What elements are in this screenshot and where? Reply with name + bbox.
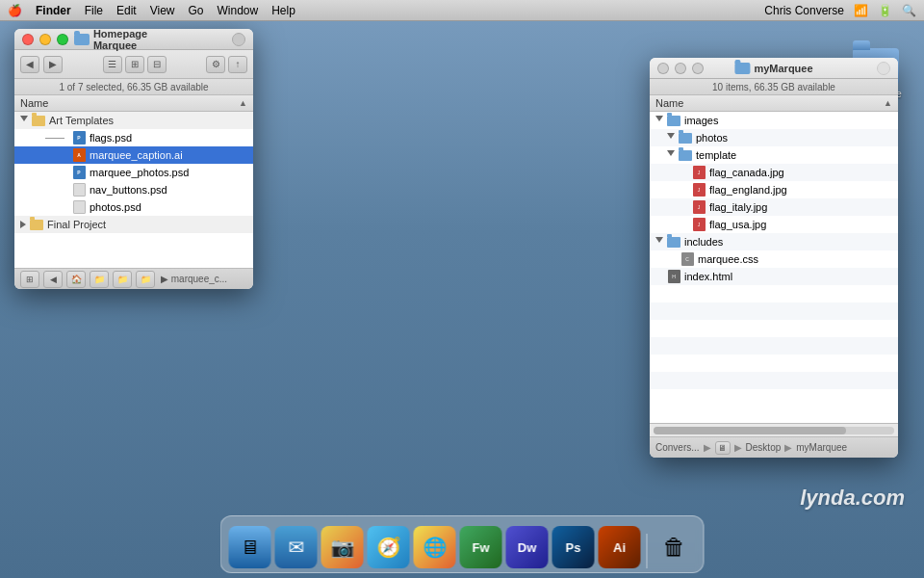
list-item[interactable]: images: [650, 112, 898, 129]
expand-icon: [667, 133, 675, 143]
path-nav-5[interactable]: 📁: [113, 271, 132, 288]
view-icon-btn[interactable]: ☰: [103, 56, 122, 73]
dock: 🖥 ✉ 📷 🧭 🌐 Fw Dw Ps Ai 🗑: [220, 515, 705, 573]
dock-divider: [647, 534, 648, 568]
empty-row: [650, 320, 898, 337]
list-item[interactable]: J flag_england.jpg: [650, 181, 898, 198]
dock-item-mail[interactable]: ✉: [275, 526, 318, 568]
dock-item-photoshop[interactable]: Ps: [552, 526, 595, 568]
doc-icon: [72, 200, 86, 214]
path-mymarquee[interactable]: myMarquee: [796, 442, 847, 453]
title-folder-icon-2: [734, 63, 750, 74]
window-homepage-marquee: Homepage Marquee ◀ ▶ ☰ ⊞ ⊟ ⚙ ↑ 1 of 7 se…: [14, 29, 253, 289]
path-convers[interactable]: Convers...: [655, 442, 700, 453]
menu-edit[interactable]: Edit: [116, 4, 137, 17]
folder-icon: [667, 114, 680, 127]
list-item[interactable]: C marquee.css: [650, 250, 898, 268]
menu-go[interactable]: Go: [189, 4, 204, 17]
menu-help[interactable]: Help: [271, 4, 295, 17]
list-item[interactable]: photos.psd: [14, 198, 253, 216]
menu-file[interactable]: File: [85, 4, 103, 17]
path-desktop[interactable]: Desktop: [746, 442, 782, 453]
dash-icon: [45, 138, 64, 139]
maximize-button-1[interactable]: [57, 34, 68, 45]
dock-item-iphoto[interactable]: 📷: [321, 526, 364, 568]
jpg-icon: J: [692, 218, 706, 231]
list-item[interactable]: P marquee_photos.psd: [14, 164, 253, 181]
list-item[interactable]: J flag_italy.jpg: [650, 198, 898, 216]
list-item[interactable]: template: [650, 146, 898, 164]
jpg-icon: J: [692, 200, 706, 214]
share-btn[interactable]: ↑: [228, 56, 247, 73]
html-icon: H: [667, 270, 680, 283]
window1-content: ◀ ▶ ☰ ⊞ ⊟ ⚙ ↑ 1 of 7 selected, 66.35 GB …: [14, 50, 253, 289]
css-icon: C: [680, 252, 694, 266]
window2-content: 10 items, 66.35 GB available Name ▲ imag…: [650, 79, 898, 458]
dock-item-illustrator[interactable]: Ai: [599, 526, 641, 568]
psd-icon: P: [72, 166, 86, 179]
menu-window[interactable]: Window: [218, 4, 259, 17]
titlebar-1: Homepage Marquee: [14, 29, 253, 50]
search-icon[interactable]: 🔍: [902, 4, 916, 17]
list-item[interactable]: nav_buttons.psd: [14, 181, 253, 198]
close-button-2[interactable]: [657, 63, 669, 74]
folder-icon: [679, 148, 692, 162]
title-folder-icon: [74, 34, 90, 45]
forward-button[interactable]: ▶: [43, 56, 63, 73]
apple-menu[interactable]: 🍎: [8, 4, 22, 17]
list-item[interactable]: includes: [650, 233, 898, 250]
titlebar-2: myMarquee: [650, 58, 898, 79]
resize-button-2[interactable]: [877, 62, 890, 75]
list-item[interactable]: H index.html: [650, 268, 898, 285]
path-nav-3[interactable]: 🏠: [66, 271, 86, 288]
dock-item-fireworks[interactable]: Fw: [460, 526, 502, 568]
coverflow-btn[interactable]: ⊟: [147, 56, 167, 73]
path-sep2: ▶: [734, 442, 742, 453]
psd-icon: P: [72, 131, 86, 144]
dock-item-trash[interactable]: 🗑: [654, 526, 696, 568]
scrollbar-thumb[interactable]: [654, 427, 846, 434]
folder-icon: [667, 235, 680, 249]
window-title-2: myMarquee: [734, 63, 812, 74]
minimize-button-2[interactable]: [675, 63, 686, 74]
horizontal-scrollbar[interactable]: [650, 423, 898, 436]
dock-item-dreamweaver[interactable]: Dw: [506, 526, 549, 568]
dock-item-safari[interactable]: 🧭: [368, 526, 410, 568]
list-item[interactable]: Final Project: [14, 216, 253, 233]
expand-icon: [655, 237, 663, 247]
path-nav-2[interactable]: ◀: [43, 271, 63, 288]
column-header-2[interactable]: Name ▲: [650, 95, 898, 112]
list-item[interactable]: Art Templates: [14, 112, 253, 129]
folder-icon: [32, 114, 45, 127]
file-list-1[interactable]: Art Templates P flags.psd A marquee_capt…: [14, 112, 253, 268]
path-nav-6[interactable]: 📁: [136, 271, 155, 288]
status-bar-1: 1 of 7 selected, 66.35 GB available: [14, 79, 253, 95]
resize-button-1[interactable]: [232, 33, 245, 46]
columns-btn[interactable]: ⊞: [125, 56, 144, 73]
folder-icon: [30, 218, 43, 231]
menubar-right: Chris Converse 📶 🔋 🔍: [764, 4, 916, 17]
path-nav-1[interactable]: ⊞: [20, 271, 39, 288]
action-btn[interactable]: ⚙: [206, 56, 225, 73]
empty-row: [650, 355, 898, 372]
file-list-2[interactable]: images photos template: [650, 112, 898, 423]
column-header-1[interactable]: Name ▲: [14, 95, 253, 112]
maximize-button-2[interactable]: [692, 63, 704, 74]
menu-finder[interactable]: Finder: [36, 4, 71, 17]
list-item[interactable]: J flag_canada.jpg: [650, 164, 898, 181]
list-item[interactable]: P flags.psd: [14, 129, 253, 146]
folder-icon: [679, 131, 692, 144]
minimize-button-1[interactable]: [39, 34, 51, 45]
path-nav-4[interactable]: 📁: [90, 271, 109, 288]
dock-item-finder[interactable]: 🖥: [229, 526, 271, 568]
wifi-icon: 📶: [854, 4, 868, 17]
close-button-1[interactable]: [22, 34, 34, 45]
menu-view[interactable]: View: [150, 4, 175, 17]
list-item[interactable]: photos: [650, 129, 898, 146]
scrollbar-track[interactable]: [654, 427, 894, 434]
back-button[interactable]: ◀: [20, 56, 39, 73]
list-item[interactable]: J flag_usa.jpg: [650, 216, 898, 233]
path-btn[interactable]: 🖥: [715, 441, 731, 455]
list-item[interactable]: A marquee_caption.ai: [14, 146, 253, 164]
dock-item-chrome[interactable]: 🌐: [414, 526, 456, 568]
